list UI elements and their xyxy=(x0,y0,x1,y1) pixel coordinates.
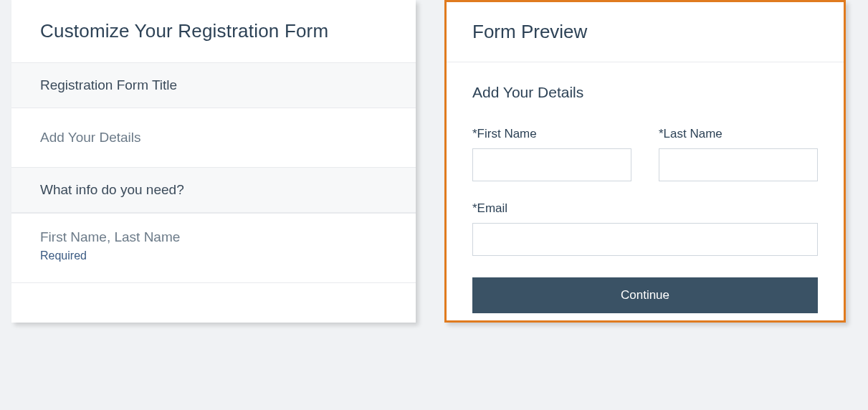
preview-title-heading: Form Preview xyxy=(472,21,818,43)
preview-body: Add Your Details *First Name *Last Name … xyxy=(447,62,844,313)
email-group: *Email xyxy=(472,201,818,256)
preview-header: Form Preview xyxy=(447,2,844,62)
section-registration-title-label[interactable]: Registration Form Title xyxy=(11,62,416,108)
preview-form-title: Add Your Details xyxy=(472,84,818,101)
customize-footer-space xyxy=(11,282,416,318)
first-name-group: *First Name xyxy=(472,127,631,181)
first-name-label: *First Name xyxy=(472,127,631,141)
form-preview-panel: Form Preview Add Your Details *First Nam… xyxy=(444,0,846,323)
field-row[interactable]: First Name, Last Name Required xyxy=(11,213,416,282)
customize-title: Customize Your Registration Form xyxy=(40,20,387,42)
field-required-note: Required xyxy=(40,249,387,262)
continue-button[interactable]: Continue xyxy=(472,277,818,313)
first-name-input[interactable] xyxy=(472,148,631,181)
registration-title-value[interactable]: Add Your Details xyxy=(11,108,416,167)
section-info-label[interactable]: What info do you need? xyxy=(11,167,416,213)
customize-panel: Customize Your Registration Form Registr… xyxy=(11,0,416,323)
last-name-input[interactable] xyxy=(659,148,818,181)
customize-header: Customize Your Registration Form xyxy=(11,0,416,62)
field-names-text: First Name, Last Name xyxy=(40,229,387,245)
last-name-group: *Last Name xyxy=(659,127,818,181)
email-label: *Email xyxy=(472,201,818,216)
last-name-label: *Last Name xyxy=(659,127,818,141)
email-input[interactable] xyxy=(472,223,818,256)
